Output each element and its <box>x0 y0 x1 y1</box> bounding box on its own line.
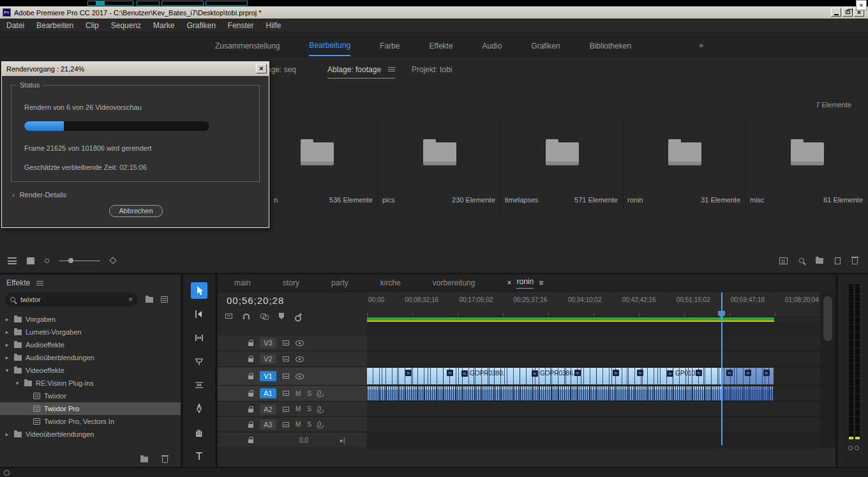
folder-item[interactable]: misc61 Elemente <box>745 118 868 213</box>
mute-button[interactable]: M <box>296 405 301 413</box>
add-marker-icon[interactable] <box>279 313 284 319</box>
list-view-icon[interactable] <box>8 257 17 264</box>
dialog-titlebar[interactable]: Rendervorgang : 21,24% × <box>2 62 269 76</box>
new-preset-bin-icon[interactable] <box>161 296 168 303</box>
workspace-audio[interactable]: Audio <box>483 35 502 56</box>
sync-lock-icon[interactable] <box>283 374 289 379</box>
track-header-a3[interactable]: A3 M S <box>218 417 367 432</box>
icon-view-icon[interactable] <box>27 257 34 264</box>
current-timecode[interactable]: 00;56;20;28 <box>227 295 284 306</box>
tree-item-vorgaben[interactable]: ▸Vorgaben <box>0 313 181 326</box>
pen-tool[interactable] <box>191 400 207 417</box>
menu-grafiken[interactable]: Grafiken <box>185 20 216 31</box>
tab-ablage-seq[interactable]: age: seq <box>267 65 296 74</box>
voiceover-record-icon[interactable] <box>318 390 321 395</box>
voiceover-record-icon[interactable] <box>318 421 321 427</box>
delete-icon[interactable] <box>162 457 168 463</box>
sync-lock-icon[interactable] <box>283 340 289 345</box>
lock-icon[interactable] <box>248 424 253 428</box>
folder-item[interactable]: ronin31 Elemente <box>623 118 745 213</box>
menu-hilfe[interactable]: Hilfe <box>265 20 283 31</box>
track-visibility-icon[interactable] <box>296 374 304 379</box>
mute-toggle-left[interactable] <box>848 446 853 450</box>
track-content-a2[interactable] <box>367 402 820 417</box>
lock-icon[interactable] <box>248 342 253 346</box>
sequence-tab-vorbereitung[interactable]: vorbereitung <box>433 278 475 287</box>
tree-item-lumetri-vorgaben[interactable]: ▸Lumetri-Vorgaben <box>0 326 181 338</box>
type-tool[interactable] <box>191 448 207 464</box>
delete-icon[interactable] <box>852 259 858 264</box>
track-header-master[interactable]: 0,0 ▸| <box>218 432 367 448</box>
clear-search-icon[interactable]: × <box>128 295 133 304</box>
track-header-v1[interactable]: V1 <box>218 367 367 386</box>
sequence-tab-ronin[interactable]: × ronin ≡ <box>507 277 543 289</box>
lock-icon[interactable] <box>248 409 253 413</box>
sync-lock-icon[interactable] <box>283 422 289 427</box>
sequence-tab-kirche[interactable]: kirche <box>380 278 401 287</box>
shuttle-icon[interactable] <box>109 257 116 264</box>
panel-menu-icon[interactable] <box>36 281 43 285</box>
tree-item-twixtor[interactable]: Twixtor <box>0 390 181 402</box>
tab-projekt-tobi[interactable]: Projekt: tobi <box>412 65 452 74</box>
video-clips[interactable]: fx fx fx fx fx fx fx fx fx fxGOPR0380. f… <box>367 368 774 384</box>
snap-icon[interactable] <box>243 314 250 319</box>
razor-tool[interactable] <box>191 353 207 370</box>
track-content-a1[interactable] <box>367 386 820 402</box>
tree-item-videouberblendungen[interactable]: ▸Videoüberblendungen <box>0 428 181 441</box>
automate-to-sequence-icon[interactable] <box>779 257 788 264</box>
restore-button[interactable] <box>842 8 853 17</box>
sequence-tab-party[interactable]: party <box>331 278 348 287</box>
titlebar[interactable]: Pr Adobe Premiere Pro CC 2017 - C:\Benut… <box>0 6 868 19</box>
sequence-tab-main[interactable]: main <box>234 278 251 287</box>
track-label-v3[interactable]: V3 <box>260 338 276 348</box>
linked-selection-icon[interactable] <box>260 314 268 319</box>
workspace-zusammenstellung[interactable]: Zusammenstellung <box>215 35 280 56</box>
hand-tool[interactable] <box>191 424 207 441</box>
sync-lock-icon[interactable] <box>283 407 289 412</box>
sequence-tab-story[interactable]: story <box>283 278 299 287</box>
track-content-a3[interactable] <box>367 417 820 432</box>
panel-menu-icon[interactable] <box>388 67 395 72</box>
workspace-bearbeitung[interactable]: Bearbeitung <box>309 34 350 56</box>
track-content-v1[interactable]: fx fx fx fx fx fx fx fx fx fxGOPR0380. f… <box>367 367 820 386</box>
workspace-effekte[interactable]: Effekte <box>429 35 453 56</box>
timeline-settings-icon[interactable] <box>296 313 303 320</box>
workspace-bibliotheken[interactable]: Bibliotheken <box>590 35 631 56</box>
thumbnail-zoom-slider[interactable] <box>59 261 100 261</box>
new-custom-bin-icon[interactable] <box>140 457 148 462</box>
menu-datei[interactable]: Datei <box>5 20 26 31</box>
solo-button[interactable]: S <box>307 421 311 428</box>
panel-menu-icon[interactable]: ≡ <box>539 278 543 287</box>
lock-icon[interactable] <box>248 439 253 443</box>
track-header-a1[interactable]: A1 M S <box>218 386 367 402</box>
render-details-toggle[interactable]: › Render-Details <box>12 191 66 199</box>
mute-button[interactable]: M <box>296 390 301 397</box>
lock-icon[interactable] <box>248 358 253 362</box>
twirl-icon[interactable]: ▾ <box>4 367 10 374</box>
tree-item-revision-plugins[interactable]: ▾RE:Vision Plug-ins <box>0 377 181 390</box>
track-header-v2[interactable]: V2 <box>218 351 367 367</box>
menu-clip[interactable]: Clip <box>84 20 100 31</box>
track-label-a2[interactable]: A2 <box>260 404 276 414</box>
twirl-icon[interactable]: ▸ <box>4 329 10 335</box>
solo-button[interactable]: S <box>307 390 311 397</box>
track-visibility-icon[interactable] <box>296 356 304 362</box>
dialog-close-button[interactable]: × <box>256 64 267 73</box>
track-select-tool[interactable] <box>191 306 207 322</box>
twirl-icon[interactable]: ▾ <box>14 380 20 386</box>
folder-item[interactable]: n536 Elemente <box>255 118 378 213</box>
track-label-v2[interactable]: V2 <box>260 354 276 364</box>
keyframe-nav-icon[interactable]: ▸| <box>340 437 345 444</box>
outer-close-button[interactable]: × <box>856 0 867 10</box>
new-custom-bin-icon[interactable] <box>146 297 153 303</box>
tree-item-audiouberblendungen[interactable]: ▸Audioüberblendungen <box>0 351 181 364</box>
track-header-a2[interactable]: A2 M S <box>218 402 367 417</box>
solo-button[interactable]: S <box>307 405 311 413</box>
twirl-icon[interactable]: ▸ <box>4 431 10 437</box>
track-label-a3[interactable]: A3 <box>260 420 276 430</box>
workspace-grafiken[interactable]: Grafiken <box>531 35 560 56</box>
new-item-icon[interactable] <box>835 257 841 264</box>
minimize-button[interactable] <box>831 8 841 17</box>
slider-knob[interactable] <box>68 258 73 263</box>
folder-item[interactable]: timelapses571 Elemente <box>500 118 623 213</box>
